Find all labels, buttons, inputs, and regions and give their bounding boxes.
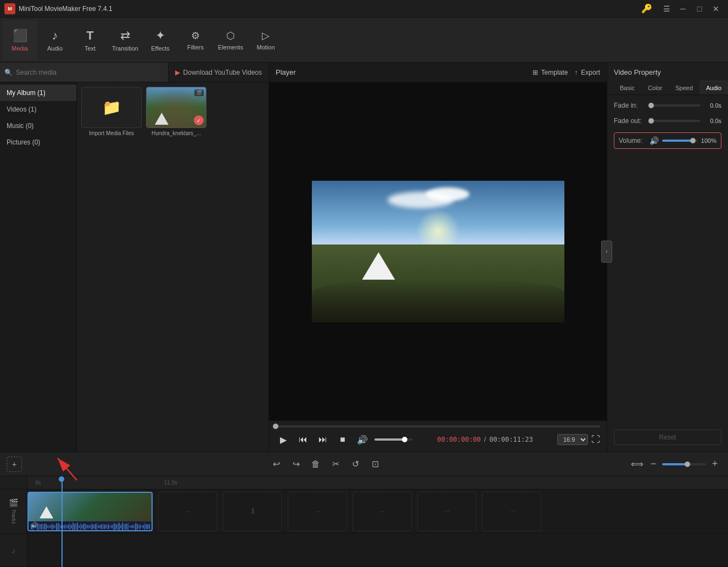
toolbar-motion[interactable]: ▷ Motion: [248, 20, 283, 60]
player-header: Player ⊞ Template ↑ Export: [269, 63, 607, 82]
volume-slider[interactable]: [662, 140, 698, 142]
crop-button[interactable]: ⊡: [367, 457, 383, 472]
motion-icon: ▷: [262, 30, 270, 42]
time-total: 00:00:11:23: [489, 436, 533, 443]
zoom-slider[interactable]: [662, 463, 706, 465]
ruler-tick-0: 0s: [35, 480, 41, 486]
download-youtube[interactable]: ▶ Download YouTube Videos: [169, 63, 268, 82]
media-icon: ⬛: [13, 29, 27, 43]
fade-out-row: Fade out: 0.0s: [614, 117, 721, 125]
track-film-icon: 🎬: [9, 498, 18, 507]
track-music-icon: ♪: [12, 546, 15, 555]
empty-slot-5[interactable]: →: [417, 492, 477, 531]
selected-checkmark: ✓: [194, 115, 204, 125]
maximize-button[interactable]: □: [692, 3, 707, 15]
timeline-tools: ↩ ↪ 🗑 ✂ ↺ ⊡: [268, 457, 383, 472]
toolbar-filters[interactable]: ⚙ Filters: [178, 20, 213, 60]
redo-button[interactable]: ↪: [288, 457, 304, 472]
key-icon: 🔑: [641, 3, 652, 14]
toolbar-text[interactable]: T Text: [72, 20, 108, 60]
timeline-toolbar: + ↩ ↪ 🗑 ✂ ↺ ⊡ ⟺ − +: [0, 452, 728, 476]
media-panel-body: My Album (1) Videos (1) Music (0) Pictur…: [0, 82, 268, 452]
empty-slot-1[interactable]: →: [158, 492, 217, 531]
tab-basic[interactable]: Basic: [614, 81, 641, 94]
progress-handle[interactable]: [273, 424, 278, 429]
toolbar-effects[interactable]: ✦ Effects: [143, 20, 178, 60]
sidebar-item-music[interactable]: Music (0): [0, 118, 76, 134]
search-input[interactable]: [16, 69, 164, 76]
fullscreen-button[interactable]: ⛶: [591, 435, 600, 444]
minimize-button[interactable]: ─: [675, 3, 691, 15]
empty-slot-6[interactable]: →: [482, 492, 541, 531]
transition-icon: ⇄: [120, 29, 130, 43]
fade-out-value: 0.0s: [704, 118, 721, 124]
elements-icon: ⬡: [226, 30, 235, 42]
fade-in-slider[interactable]: [651, 104, 701, 107]
property-panel-header: Video Property Basic Color Speed Audio: [607, 63, 728, 95]
audio-sync-button[interactable]: ↺: [348, 457, 363, 472]
delete-button[interactable]: 🗑: [308, 457, 323, 472]
app-logo: M: [4, 3, 15, 14]
media-file-label: Hundra_knektars_...: [146, 130, 206, 136]
template-button[interactable]: ⊞ Template: [533, 69, 568, 76]
search-bar[interactable]: 🔍: [0, 63, 169, 82]
video-clip[interactable]: 🔊: [27, 492, 153, 531]
player-header-buttons: ⊞ Template ↑ Export: [533, 69, 600, 76]
tab-color[interactable]: Color: [642, 81, 668, 94]
toolbar-transition[interactable]: ⇄ Transition: [108, 20, 143, 60]
player-volume-handle[interactable]: [402, 437, 407, 442]
mute-button[interactable]: 🔊: [355, 432, 370, 447]
ruler-tick-1: 11.9s: [164, 480, 177, 486]
media-panel-header: 🔍 ▶ Download YouTube Videos: [0, 63, 268, 82]
separate-audio-button[interactable]: ⟺: [629, 457, 645, 472]
add-media-button[interactable]: +: [7, 457, 22, 472]
empty-slot-2[interactable]: ⬇: [223, 492, 282, 531]
import-media-item[interactable]: 📁 Import Media Files: [81, 87, 142, 136]
collapse-panel-button[interactable]: ›: [601, 241, 612, 263]
playback-controls: ▶ ⏮ ⏭ ■ 🔊: [276, 432, 413, 447]
zoom-in-button[interactable]: +: [708, 458, 721, 471]
media-file-item[interactable]: 🎬 ✓ Hundra_knektars_...: [146, 87, 206, 136]
fade-in-value: 0.0s: [704, 102, 721, 109]
skip-back-button[interactable]: ⏮: [295, 432, 311, 447]
play-button[interactable]: ▶: [276, 432, 291, 447]
player-volume-slider[interactable]: [374, 438, 413, 441]
playhead[interactable]: [61, 476, 63, 567]
zoom-out-button[interactable]: −: [647, 458, 660, 471]
player-area: Player ⊞ Template ↑ Export: [269, 63, 607, 452]
export-button[interactable]: ↑ Export: [574, 69, 600, 76]
toolbar-media[interactable]: ⬛ Media: [2, 20, 37, 60]
import-icon: 📁: [102, 98, 121, 116]
split-button[interactable]: ✂: [328, 457, 343, 472]
toolbar-audio[interactable]: ♪ Audio: [37, 20, 72, 60]
playhead-head[interactable]: [59, 476, 64, 482]
progress-bar[interactable]: [276, 425, 600, 427]
empty-slot-3[interactable]: →: [288, 492, 347, 531]
tab-speed[interactable]: Speed: [669, 81, 699, 94]
sidebar-item-myalbum[interactable]: My Album (1): [0, 85, 76, 101]
clip-waveform: [29, 521, 152, 531]
track-labels: 🎬 Track1 ♪: [0, 476, 27, 567]
reset-button[interactable]: Reset: [614, 430, 721, 445]
empty-slot-4[interactable]: →: [352, 492, 412, 531]
sidebar-item-videos[interactable]: Videos (1): [0, 101, 76, 118]
aspect-ratio-select[interactable]: 16:9 4:3 1:1: [557, 434, 588, 445]
text-icon: T: [86, 29, 93, 43]
import-label: Import Media Files: [81, 130, 142, 136]
timeline-content[interactable]: 0s 11.9s: [27, 476, 728, 567]
fade-in-row: Fade in: 0.0s: [614, 102, 721, 109]
close-button[interactable]: ✕: [708, 3, 724, 15]
video-display: ›: [269, 82, 607, 420]
volume-handle[interactable]: [690, 138, 696, 143]
tab-audio[interactable]: Audio: [700, 81, 727, 94]
sidebar-item-pictures[interactable]: Pictures (0): [0, 134, 76, 151]
menu-button[interactable]: ☰: [659, 3, 674, 15]
video-badge-icon: 🎬: [194, 90, 204, 96]
volume-label: Volume:: [619, 137, 649, 144]
fade-out-slider[interactable]: [651, 120, 701, 122]
toolbar-elements[interactable]: ⬡ Elements: [213, 20, 248, 60]
skip-forward-button[interactable]: ⏭: [315, 432, 331, 447]
undo-button[interactable]: ↩: [268, 457, 284, 472]
volume-row: Volume: 🔊 100%: [614, 132, 721, 149]
stop-button[interactable]: ■: [335, 432, 350, 447]
